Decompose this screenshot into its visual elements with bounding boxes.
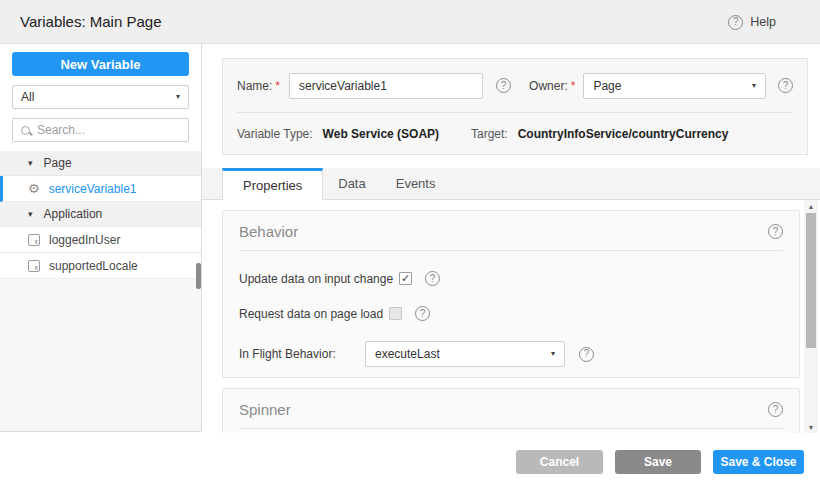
owner-value: Page bbox=[593, 79, 621, 93]
tab-properties[interactable]: Properties bbox=[222, 168, 323, 200]
tree-item-label: loggedInUser bbox=[49, 233, 120, 247]
request-on-load-label: Request data on page load bbox=[239, 307, 383, 321]
dialog-footer: Cancel Save Save & Close bbox=[0, 433, 820, 487]
target-value: CountryInfoService/countryCurrency bbox=[518, 127, 729, 141]
type-target-row: Variable Type: Web Service (SOAP) Target… bbox=[237, 113, 793, 155]
tree-item-supportedlocale[interactable]: supportedLocale bbox=[0, 253, 201, 279]
in-flight-help-icon[interactable] bbox=[579, 347, 594, 362]
search-icon bbox=[21, 126, 30, 135]
tree-group-page[interactable]: Page bbox=[0, 151, 201, 176]
tree-group-label: Page bbox=[44, 156, 72, 170]
detail-tabbar: Properties Data Events bbox=[202, 168, 820, 200]
owner-label: Owner: bbox=[529, 79, 568, 93]
variables-sidebar: New Variable All Page serviceVariable1 A… bbox=[0, 44, 202, 432]
update-on-input-row: Update data on input change bbox=[239, 271, 783, 286]
save-and-close-button[interactable]: Save & Close bbox=[713, 450, 804, 474]
in-flight-row: In Flight Behavior: executeLast bbox=[239, 341, 783, 367]
behavior-help-icon[interactable] bbox=[768, 224, 783, 239]
filter-value: All bbox=[21, 90, 34, 104]
tree-item-label: supportedLocale bbox=[49, 259, 138, 273]
help-button[interactable]: Help bbox=[728, 0, 776, 44]
variable-detail-panel: Name: * Owner: * Page Variable Type: Web… bbox=[202, 44, 820, 433]
spinner-title: Spinner bbox=[239, 401, 291, 418]
collapse-caret-icon bbox=[28, 159, 33, 168]
spinner-help-icon[interactable] bbox=[768, 402, 783, 417]
variables-dialog: Variables: Main Page Help New Variable A… bbox=[0, 0, 820, 487]
spinner-section: Spinner bbox=[222, 388, 800, 433]
new-variable-button[interactable]: New Variable bbox=[12, 52, 189, 76]
update-on-input-checkbox[interactable] bbox=[399, 272, 412, 285]
tree-group-application[interactable]: Application bbox=[0, 202, 201, 227]
properties-scroll-area: Behavior Update data on input change Req… bbox=[202, 200, 804, 433]
scrollbar-thumb[interactable] bbox=[806, 213, 816, 348]
in-flight-dropdown[interactable]: executeLast bbox=[365, 341, 565, 367]
behavior-section: Behavior Update data on input change Req… bbox=[222, 210, 800, 378]
section-divider bbox=[239, 428, 783, 429]
name-label: Name: bbox=[237, 79, 272, 93]
sidebar-controls: New Variable All bbox=[0, 44, 201, 151]
filter-dropdown[interactable]: All bbox=[12, 85, 189, 109]
tree-item-servicevariable1[interactable]: serviceVariable1 bbox=[0, 176, 201, 202]
help-circle-icon bbox=[728, 15, 743, 30]
variable-summary-box: Name: * Owner: * Page Variable Type: Web… bbox=[222, 58, 808, 155]
spinner-section-header: Spinner bbox=[239, 401, 783, 418]
web-service-gear-icon bbox=[28, 182, 40, 195]
tab-data[interactable]: Data bbox=[323, 168, 380, 199]
properties-scrollbar bbox=[804, 200, 818, 433]
target-label: Target: bbox=[471, 127, 508, 141]
tree-item-loggedinuser[interactable]: loggedInUser bbox=[0, 227, 201, 253]
variable-type-group: Variable Type: Web Service (SOAP) bbox=[237, 127, 471, 141]
update-on-input-label: Update data on input change bbox=[239, 272, 393, 286]
chevron-down-icon bbox=[176, 93, 180, 101]
tab-events[interactable]: Events bbox=[381, 168, 451, 199]
section-divider bbox=[239, 250, 783, 251]
tree-item-label: serviceVariable1 bbox=[49, 182, 137, 196]
update-on-input-help-icon[interactable] bbox=[425, 271, 440, 286]
in-flight-value: executeLast bbox=[375, 347, 440, 361]
dialog-header: Variables: Main Page Help bbox=[0, 0, 820, 44]
request-on-load-row: Request data on page load bbox=[239, 306, 783, 321]
search-box bbox=[12, 118, 189, 142]
collapse-caret-icon bbox=[28, 210, 33, 219]
sidebar-scrollbar-thumb[interactable] bbox=[196, 263, 201, 289]
name-input[interactable] bbox=[289, 73, 483, 99]
name-help-icon[interactable] bbox=[496, 78, 511, 93]
variable-type-label: Variable Type: bbox=[237, 127, 313, 141]
scroll-down-arrow-icon[interactable] bbox=[804, 421, 818, 433]
required-marker: * bbox=[275, 79, 280, 93]
behavior-title: Behavior bbox=[239, 223, 298, 240]
tree-group-label: Application bbox=[44, 207, 103, 221]
chevron-down-icon bbox=[752, 82, 756, 90]
save-button[interactable]: Save bbox=[615, 450, 701, 474]
static-variable-icon bbox=[28, 234, 40, 246]
in-flight-label: In Flight Behavior: bbox=[239, 347, 359, 361]
chevron-down-icon bbox=[551, 350, 555, 358]
name-owner-row: Name: * Owner: * Page bbox=[237, 59, 793, 112]
owner-dropdown[interactable]: Page bbox=[583, 73, 766, 99]
required-marker: * bbox=[571, 79, 576, 93]
scroll-up-arrow-icon[interactable] bbox=[804, 200, 818, 212]
static-variable-icon bbox=[28, 260, 40, 272]
behavior-section-header: Behavior bbox=[239, 223, 783, 240]
help-label: Help bbox=[750, 15, 776, 29]
request-on-load-checkbox[interactable] bbox=[389, 307, 402, 320]
search-input[interactable] bbox=[37, 123, 177, 137]
variable-type-value: Web Service (SOAP) bbox=[323, 127, 439, 141]
cancel-button[interactable]: Cancel bbox=[516, 450, 603, 474]
request-on-load-help-icon[interactable] bbox=[415, 306, 430, 321]
page-title: Variables: Main Page bbox=[20, 13, 161, 30]
owner-help-icon[interactable] bbox=[778, 78, 793, 93]
